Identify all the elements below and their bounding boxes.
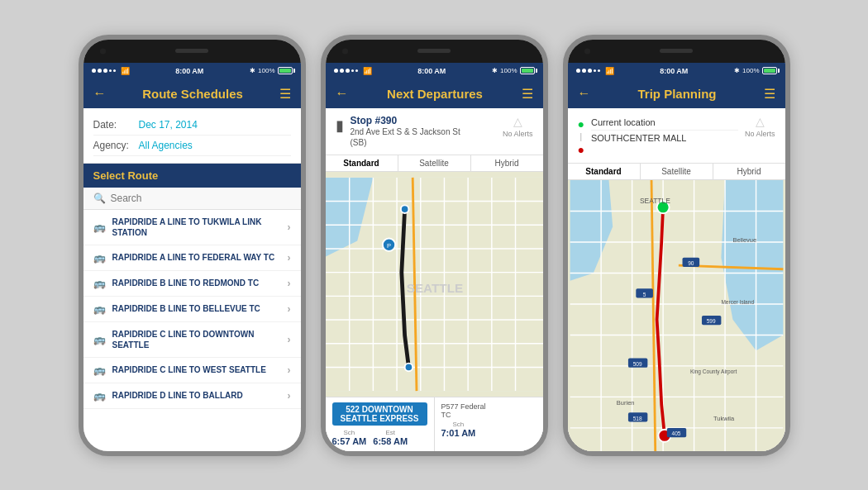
back-button-3[interactable]: ← — [578, 86, 591, 101]
destination-row[interactable]: SOUTHCENTER MALL — [591, 131, 738, 145]
list-item[interactable]: 🚌 RAPIDRIDE A LINE TO FEDERAL WAY TC › — [83, 245, 301, 271]
dep-estimated: Est 6:58 AM — [373, 429, 408, 446]
back-button[interactable]: ← — [93, 86, 107, 101]
map-svg-3: SEATTLE Bellevue Mercer Island Burien Ki… — [568, 180, 785, 451]
list-item[interactable]: 🚌 RAPIDRIDE B LINE TO BELLEVUE TC › — [83, 297, 301, 322]
svg-text:P: P — [386, 242, 390, 250]
svg-text:90: 90 — [688, 260, 694, 266]
svg-text:405: 405 — [671, 431, 680, 436]
menu-button-3[interactable]: ☰ — [764, 86, 775, 102]
map-tab-standard[interactable]: Standard — [326, 155, 398, 171]
map-display-3[interactable]: SEATTLE Bellevue Mercer Island Burien Ki… — [568, 180, 785, 451]
phone-content-1: Date: Dec 17, 2014 Agency: All Agencies … — [83, 108, 301, 451]
map-tab-satellite[interactable]: Satellite — [398, 155, 471, 171]
speaker-2 — [417, 49, 451, 53]
wifi-icon: 📶 — [121, 67, 130, 75]
departure-footer: 522 DOWNTOWNSEATTLE EXPRESS Sch 6:57 AM … — [326, 397, 543, 451]
back-button-2[interactable]: ← — [336, 86, 349, 101]
camera — [100, 48, 106, 54]
battery-fill-3 — [764, 69, 775, 73]
dest-label: P577 FederalTC — [441, 402, 537, 419]
no-alerts-text: No Alerts — [503, 130, 533, 138]
stop-info: ▮ Stop #390 2nd Ave Ext S & S Jackson St… — [326, 108, 543, 155]
route-badge-1: 522 DOWNTOWNSEATTLE EXPRESS — [332, 402, 427, 426]
route-text: RAPIDRIDE C LINE TO DOWNTOWN SEATTLE — [112, 329, 288, 350]
route-list: 🚌 RAPIDRIDE A LINE TO TUKWILA LINK STATI… — [83, 210, 301, 451]
date-value[interactable]: Dec 17, 2014 — [139, 119, 198, 131]
bluetooth-icon-3: ✱ — [734, 67, 740, 74]
map-tab-hybrid[interactable]: Hybrid — [471, 155, 543, 171]
nav-title-1: Route Schedules — [107, 87, 279, 101]
svg-text:SEATTLE: SEATTLE — [639, 197, 670, 205]
agency-value[interactable]: All Agencies — [139, 140, 193, 151]
list-item[interactable]: 🚌 RAPIDRIDE D LINE TO BALLARD › — [83, 383, 301, 409]
svg-text:Bellevue: Bellevue — [732, 235, 756, 243]
route-text: RAPIDRIDE B LINE TO REDMOND TC — [112, 278, 260, 288]
trip-locations: ● | ● Current location SOUTHCENTER MALL … — [568, 108, 785, 164]
departure-card-1: 522 DOWNTOWNSEATTLE EXPRESS Sch 6:57 AM … — [326, 397, 435, 451]
signal-dot — [576, 69, 580, 73]
signal-dots-2: 📶 — [334, 67, 372, 75]
no-alerts-text-3: No Alerts — [745, 130, 775, 138]
status-time-2: 8:00 AM — [417, 67, 446, 75]
alert-icon: △ — [513, 115, 522, 128]
select-route-header: Select Route — [83, 164, 301, 188]
bus-icon: 🚌 — [93, 303, 106, 315]
svg-text:599: 599 — [706, 318, 715, 324]
chevron-icon: › — [288, 303, 291, 315]
svg-text:509: 509 — [632, 360, 641, 366]
signal-dot-4 — [109, 69, 112, 72]
map-tab-hybrid-3[interactable]: Hybrid — [713, 164, 785, 179]
phone-top-3 — [568, 40, 785, 63]
svg-text:King County Airport: King County Airport — [689, 369, 737, 375]
chevron-icon: › — [288, 334, 291, 345]
search-bar: 🔍 — [83, 188, 301, 210]
status-right-3: ✱ 100% — [734, 67, 776, 74]
map-tab-standard-3[interactable]: Standard — [568, 164, 641, 179]
form-section: Date: Dec 17, 2014 Agency: All Agencies — [83, 108, 301, 164]
list-item[interactable]: 🚌 RAPIDRIDE C LINE TO WEST SEATTLE › — [83, 358, 301, 383]
map-tab-satellite-3[interactable]: Satellite — [641, 164, 713, 179]
sch-time-2: 7:01 AM — [441, 428, 476, 438]
battery-percent-3: 100% — [742, 67, 759, 74]
signal-dot-3 — [103, 69, 107, 73]
menu-button-2[interactable]: ☰ — [522, 86, 533, 102]
signal-dot-5 — [113, 69, 116, 72]
phone-route-schedules: 📶 8:00 AM ✱ 100% ← Route Schedules ☰ Dat… — [79, 35, 306, 456]
svg-text:Tukwila: Tukwila — [713, 414, 735, 421]
signal-dots-3: 📶 — [576, 67, 614, 75]
bus-icon: 🚌 — [93, 364, 106, 376]
date-label: Date: — [93, 119, 139, 131]
signal-dot — [594, 69, 596, 72]
origin-row[interactable]: Current location — [591, 115, 738, 131]
departure-card-2: P577 FederalTC Sch 7:01 AM — [435, 397, 543, 451]
nav-bar-3: ← Trip Planning ☰ — [568, 79, 785, 108]
menu-button-1[interactable]: ☰ — [279, 86, 291, 102]
route-text: RAPIDRIDE A LINE TO TUKWILA LINK STATION — [112, 216, 288, 238]
signal-dot — [582, 69, 586, 73]
signal-dot — [334, 69, 338, 73]
signal-dot — [351, 69, 354, 72]
alert-icon-3: △ — [756, 115, 765, 128]
list-item[interactable]: 🚌 RAPIDRIDE A LINE TO TUKWILA LINK STATI… — [83, 210, 301, 245]
est-label: Est — [373, 429, 408, 436]
est-time: 6:58 AM — [373, 436, 408, 446]
date-row: Date: Dec 17, 2014 — [93, 115, 291, 136]
svg-text:5: 5 — [642, 291, 646, 297]
signal-dot — [346, 69, 350, 73]
location-details: Current location SOUTHCENTER MALL — [591, 115, 738, 145]
list-item[interactable]: 🚌 RAPIDRIDE B LINE TO REDMOND TC › — [83, 271, 301, 297]
signal-dots: 📶 — [92, 67, 130, 75]
search-input[interactable] — [111, 193, 291, 204]
speaker — [175, 49, 208, 53]
location-pins: ● | ● — [578, 117, 584, 156]
phone-next-departures: 📶 8:00 AM ✱ 100% ← Next Departures ☰ ▮ S… — [321, 35, 548, 456]
stop-marker-icon: ▮ — [336, 117, 344, 135]
dep-times-2: Sch 7:01 AM — [441, 421, 537, 438]
list-item[interactable]: 🚌 RAPIDRIDE C LINE TO DOWNTOWN SEATTLE › — [83, 322, 301, 358]
battery-fill-2 — [522, 69, 533, 73]
phone-content-3: ● | ● Current location SOUTHCENTER MALL … — [568, 108, 785, 451]
battery-fill — [279, 69, 291, 73]
map-display-2[interactable]: SEATTLE P — [326, 172, 543, 397]
origin-pin-icon: ● — [578, 117, 584, 131]
